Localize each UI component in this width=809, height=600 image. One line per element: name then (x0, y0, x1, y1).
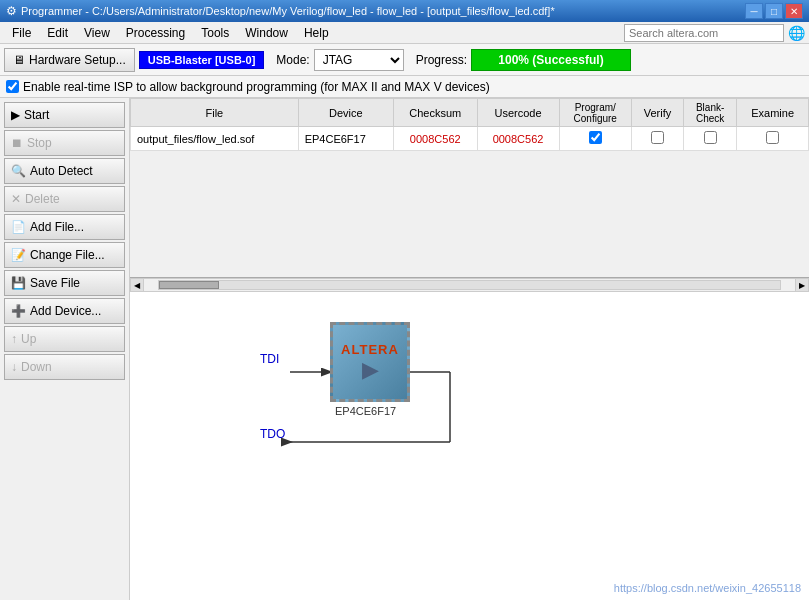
toolbar: 🖥 Hardware Setup... USB-Blaster [USB-0] … (0, 44, 809, 76)
chip-brand: ALTERA (341, 342, 399, 357)
col-checksum: Checksum (394, 99, 478, 127)
menu-processing[interactable]: Processing (118, 24, 193, 42)
menu-bar: File Edit View Processing Tools Window H… (0, 22, 809, 44)
maximize-button[interactable]: □ (765, 3, 783, 19)
cell-file: output_files/flow_led.sof (131, 127, 299, 151)
chip-name: EP4CE6F17 (335, 405, 396, 417)
table-row: output_files/flow_led.sof EP4CE6F17 0008… (131, 127, 809, 151)
delete-button[interactable]: ✕ Delete (4, 186, 125, 212)
stop-icon: ⏹ (11, 136, 23, 150)
down-icon: ↓ (11, 360, 17, 374)
main-area: ▶ Start ⏹ Stop 🔍 Auto Detect ✕ Delete 📄 … (0, 98, 809, 600)
search-area: 🌐 (624, 24, 805, 42)
window-title: Programmer - C:/Users/Administrator/Desk… (21, 5, 745, 17)
app-icon: ⚙ (6, 4, 17, 18)
table-area: File Device Checksum Usercode Program/Co… (130, 98, 809, 278)
add-file-label: Add File... (30, 220, 84, 234)
cell-device: EP4CE6F17 (298, 127, 393, 151)
delete-icon: ✕ (11, 192, 21, 206)
start-icon: ▶ (11, 108, 20, 122)
col-blank-check: Blank-Check (684, 99, 737, 127)
tdi-label: TDI (260, 352, 279, 366)
delete-label: Delete (25, 192, 60, 206)
stop-button[interactable]: ⏹ Stop (4, 130, 125, 156)
col-file: File (131, 99, 299, 127)
window-controls: ─ □ ✕ (745, 3, 803, 19)
examine-checkbox[interactable] (766, 131, 779, 144)
up-button[interactable]: ↑ Up (4, 326, 125, 352)
sidebar: ▶ Start ⏹ Stop 🔍 Auto Detect ✕ Delete 📄 … (0, 98, 130, 600)
search-input[interactable] (624, 24, 784, 42)
cell-usercode: 0008C562 (477, 127, 559, 151)
down-button[interactable]: ↓ Down (4, 354, 125, 380)
change-file-label: Change File... (30, 248, 105, 262)
cell-program[interactable] (559, 127, 631, 151)
horizontal-scrollbar[interactable]: ◀ ▶ (130, 278, 809, 292)
blank-check-checkbox[interactable] (704, 131, 717, 144)
start-button[interactable]: ▶ Start (4, 102, 125, 128)
isp-checkbox[interactable] (6, 80, 19, 93)
program-checkbox[interactable] (589, 131, 602, 144)
chip-triangle-icon: ▶ (362, 357, 379, 383)
scroll-left-button[interactable]: ◀ (130, 278, 144, 292)
minimize-button[interactable]: ─ (745, 3, 763, 19)
save-file-button[interactable]: 💾 Save File (4, 270, 125, 296)
menu-view[interactable]: View (76, 24, 118, 42)
auto-detect-label: Auto Detect (30, 164, 93, 178)
change-file-icon: 📝 (11, 248, 26, 262)
tdo-label: TDO (260, 427, 285, 441)
blaster-label: USB-Blaster [USB-0] (139, 51, 265, 69)
isp-label: Enable real-time ISP to allow background… (23, 80, 490, 94)
content-area: File Device Checksum Usercode Program/Co… (130, 98, 809, 600)
cell-checksum: 0008C562 (394, 127, 478, 151)
add-device-label: Add Device... (30, 304, 101, 318)
add-device-button[interactable]: ➕ Add Device... (4, 298, 125, 324)
down-label: Down (21, 360, 52, 374)
diagram-area: TDI TDO ALTERA ▶ EP4CE6F17 https://blog.… (130, 292, 809, 600)
change-file-button[interactable]: 📝 Change File... (4, 242, 125, 268)
up-icon: ↑ (11, 332, 17, 346)
col-usercode: Usercode (477, 99, 559, 127)
menu-window[interactable]: Window (237, 24, 296, 42)
menu-help[interactable]: Help (296, 24, 337, 42)
auto-detect-button[interactable]: 🔍 Auto Detect (4, 158, 125, 184)
mode-select[interactable]: JTAG AS PS (314, 49, 404, 71)
mode-label: Mode: (276, 53, 309, 67)
isp-row: Enable real-time ISP to allow background… (0, 76, 809, 98)
add-file-button[interactable]: 📄 Add File... (4, 214, 125, 240)
hardware-setup-label: Hardware Setup... (29, 53, 126, 67)
menu-tools[interactable]: Tools (193, 24, 237, 42)
watermark: https://blog.csdn.net/weixin_42655118 (614, 582, 801, 594)
save-file-icon: 💾 (11, 276, 26, 290)
cell-examine[interactable] (737, 127, 809, 151)
scroll-right-button[interactable]: ▶ (795, 278, 809, 292)
add-device-icon: ➕ (11, 304, 26, 318)
globe-icon: 🌐 (788, 25, 805, 41)
progress-text: 100% (Successful) (498, 53, 603, 67)
hardware-icon: 🖥 (13, 53, 25, 67)
start-label: Start (24, 108, 49, 122)
programmer-table: File Device Checksum Usercode Program/Co… (130, 98, 809, 151)
auto-detect-icon: 🔍 (11, 164, 26, 178)
col-examine: Examine (737, 99, 809, 127)
progress-label: Progress: (416, 53, 467, 67)
add-file-icon: 📄 (11, 220, 26, 234)
title-bar: ⚙ Programmer - C:/Users/Administrator/De… (0, 0, 809, 22)
cell-blank-check[interactable] (684, 127, 737, 151)
scroll-thumb[interactable] (159, 281, 219, 289)
stop-label: Stop (27, 136, 52, 150)
col-verify: Verify (631, 99, 683, 127)
up-label: Up (21, 332, 36, 346)
menu-file[interactable]: File (4, 24, 39, 42)
hardware-setup-button[interactable]: 🖥 Hardware Setup... (4, 48, 135, 72)
menu-edit[interactable]: Edit (39, 24, 76, 42)
save-file-label: Save File (30, 276, 80, 290)
col-program: Program/Configure (559, 99, 631, 127)
verify-checkbox[interactable] (651, 131, 664, 144)
scroll-track[interactable] (158, 280, 781, 290)
progress-bar: 100% (Successful) (471, 49, 631, 71)
close-button[interactable]: ✕ (785, 3, 803, 19)
fpga-chip: ALTERA ▶ (330, 322, 410, 402)
cell-verify[interactable] (631, 127, 683, 151)
col-device: Device (298, 99, 393, 127)
